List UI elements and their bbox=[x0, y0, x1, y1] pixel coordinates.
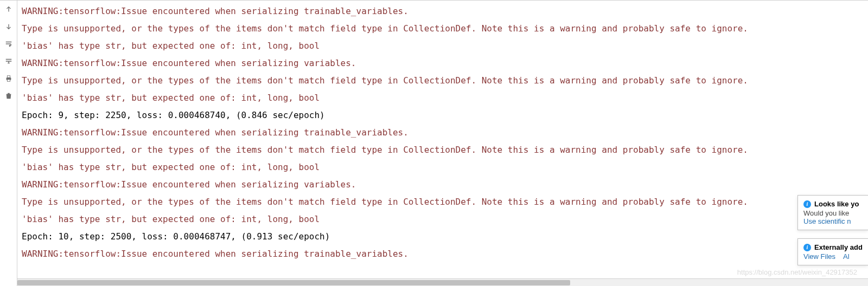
horizontal-scrollbar[interactable] bbox=[17, 278, 868, 286]
view-files-link[interactable]: View Files bbox=[803, 252, 835, 261]
notification-title: Externally add bbox=[814, 243, 863, 251]
console-line: Type is unsupported, or the types of the… bbox=[22, 193, 864, 211]
notification-body: Would you like bbox=[803, 209, 863, 217]
console-line: WARNING:tensorflow:Issue encountered whe… bbox=[22, 124, 864, 141]
console-line: Type is unsupported, or the types of the… bbox=[22, 20, 864, 37]
scroll-up-icon[interactable] bbox=[3, 4, 14, 15]
console-line: 'bias' has type str, but expected one of… bbox=[22, 37, 864, 55]
info-icon: i bbox=[803, 200, 811, 208]
notification-title: Looks like yo bbox=[814, 200, 859, 208]
notification-link[interactable]: Use scientific n bbox=[803, 217, 863, 225]
console-line: WARNING:tensorflow:Issue encountered whe… bbox=[22, 3, 864, 20]
scroll-thumb[interactable] bbox=[17, 280, 570, 285]
console-line: 'bias' has type str, but expected one of… bbox=[22, 211, 864, 228]
console-line: Epoch: 9, step: 2250, loss: 0.000468740,… bbox=[22, 107, 864, 124]
notification-scientific-mode: i Looks like yo Would you like Use scien… bbox=[797, 195, 868, 230]
print-icon[interactable] bbox=[3, 73, 14, 84]
scroll-to-stack-icon[interactable] bbox=[3, 56, 14, 67]
trash-icon[interactable] bbox=[3, 90, 14, 101]
svg-rect-1 bbox=[7, 76, 10, 78]
console-line: Type is unsupported, or the types of the… bbox=[22, 141, 864, 159]
console-line: 'bias' has type str, but expected one of… bbox=[22, 159, 864, 176]
info-icon: i bbox=[803, 244, 811, 251]
console-line: WARNING:tensorflow:Issue encountered whe… bbox=[22, 245, 864, 263]
console-line: WARNING:tensorflow:Issue encountered whe… bbox=[22, 55, 864, 72]
soft-wrap-icon[interactable] bbox=[3, 38, 14, 49]
console-output[interactable]: WARNING:tensorflow:Issue encountered whe… bbox=[17, 1, 868, 286]
console-line: WARNING:tensorflow:Issue encountered whe… bbox=[22, 176, 864, 193]
console-line: Epoch: 10, step: 2500, loss: 0.000468747… bbox=[22, 228, 864, 245]
console-line: 'bias' has type str, but expected one of… bbox=[22, 89, 864, 107]
svg-rect-2 bbox=[7, 80, 10, 82]
console-line: Type is unsupported, or the types of the… bbox=[22, 72, 864, 89]
notification-external-files: i Externally add View Files Al bbox=[797, 238, 868, 265]
console-gutter bbox=[0, 1, 17, 286]
main-container: WARNING:tensorflow:Issue encountered whe… bbox=[0, 0, 868, 286]
scroll-down-icon[interactable] bbox=[3, 21, 14, 32]
always-link[interactable]: Al bbox=[843, 252, 850, 261]
